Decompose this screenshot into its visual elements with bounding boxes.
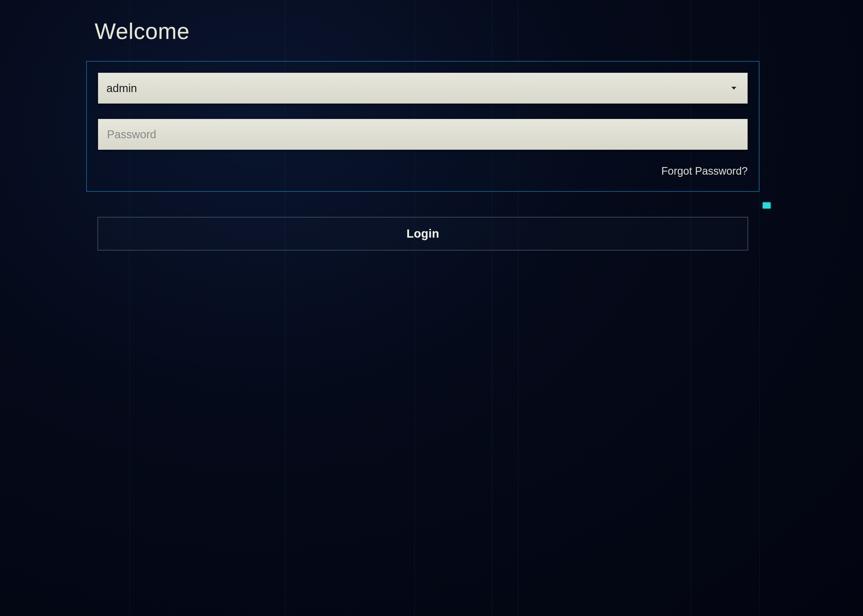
password-input[interactable]	[106, 119, 739, 150]
login-panel: Welcome admin Forgot Password? Login	[86, 19, 759, 250]
username-select[interactable]: admin	[98, 73, 748, 104]
login-button[interactable]: Login	[98, 217, 748, 250]
page-title: Welcome	[94, 19, 759, 44]
password-field-wrap	[98, 119, 748, 150]
username-value: admin	[106, 82, 731, 94]
cursor-indicator-icon	[763, 202, 770, 209]
forgot-password-link[interactable]: Forgot Password?	[98, 165, 748, 177]
chevron-down-icon	[731, 87, 736, 90]
login-form-box: admin Forgot Password?	[86, 61, 759, 192]
